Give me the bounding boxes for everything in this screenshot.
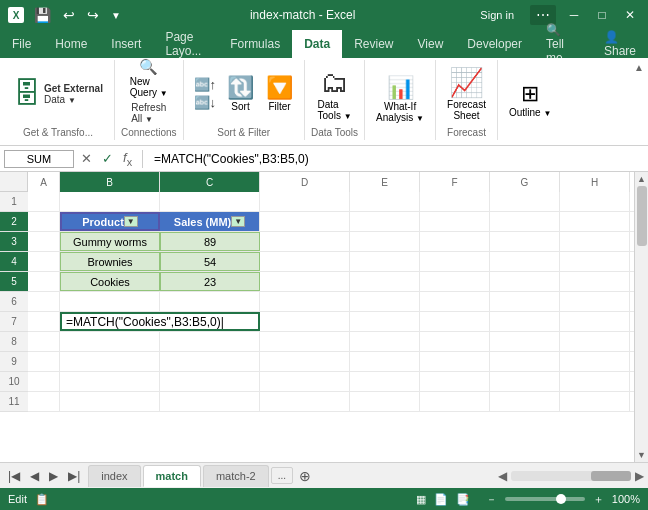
cell-c8[interactable] (160, 332, 260, 351)
cell-e3[interactable] (350, 232, 420, 251)
cell-a8[interactable] (28, 332, 60, 351)
cell-g6[interactable] (490, 292, 560, 311)
tab-tellme[interactable]: 🔍 Tell me (534, 30, 592, 58)
cell-a11[interactable] (28, 392, 60, 411)
cell-d3[interactable] (260, 232, 350, 251)
cell-a9[interactable] (28, 352, 60, 371)
sheet-last-btn[interactable]: ▶| (64, 467, 84, 485)
cell-d8[interactable] (260, 332, 350, 351)
tab-insert[interactable]: Insert (99, 30, 153, 58)
cell-e1[interactable] (350, 192, 420, 211)
col-header-f[interactable]: F (420, 172, 490, 192)
cell-g1[interactable] (490, 192, 560, 211)
formula-input[interactable]: =MATCH("Cookies",B3:B5,0) (150, 150, 644, 168)
add-sheet-btn[interactable]: ⊕ (293, 468, 317, 484)
cell-h8[interactable] (560, 332, 630, 351)
col-header-d[interactable]: D (260, 172, 350, 192)
sheet-prev-btn[interactable]: ◀ (26, 467, 43, 485)
scroll-up-btn[interactable]: ▲ (635, 172, 648, 186)
undo-icon[interactable]: ↩ (59, 5, 79, 25)
collapse-ribbon[interactable]: ▲ (632, 60, 646, 145)
cell-f5[interactable] (420, 272, 490, 291)
cell-g11[interactable] (490, 392, 560, 411)
maximize-button[interactable]: □ (592, 5, 612, 25)
cell-c6[interactable] (160, 292, 260, 311)
tab-view[interactable]: View (406, 30, 456, 58)
view-page-break-btn[interactable]: 📑 (456, 493, 470, 506)
cell-b10[interactable] (60, 372, 160, 391)
tab-pagelayout[interactable]: Page Layo... (153, 30, 218, 58)
h-scroll-right[interactable]: ▶ (635, 469, 644, 483)
col-header-a[interactable]: A (28, 172, 60, 192)
zoom-track[interactable] (505, 497, 585, 501)
tab-index[interactable]: index (88, 465, 140, 487)
col-header-e[interactable]: E (350, 172, 420, 192)
cell-c3[interactable]: 89 (160, 232, 260, 251)
cell-e7[interactable] (350, 312, 420, 331)
cell-a10[interactable] (28, 372, 60, 391)
tab-share[interactable]: 👤 Share (592, 30, 648, 58)
view-normal-btn[interactable]: ▦ (416, 493, 426, 506)
cell-b4[interactable]: Brownies (60, 252, 160, 271)
col-header-b[interactable]: B (60, 172, 160, 192)
zoom-thumb[interactable] (556, 494, 566, 504)
whatif-button[interactable]: 📊 What-IfAnalysis ▼ (371, 72, 429, 126)
cell-c9[interactable] (160, 352, 260, 371)
redo-icon[interactable]: ↪ (83, 5, 103, 25)
function-cancel-btn[interactable]: ✕ (78, 151, 95, 166)
filter-arrow-b[interactable]: ▼ (124, 216, 138, 227)
cell-d10[interactable] (260, 372, 350, 391)
h-scroll-track[interactable] (511, 471, 631, 481)
sheet-next-btn[interactable]: ▶ (45, 467, 62, 485)
cell-c2[interactable]: Sales (MM) ▼ (160, 212, 260, 231)
cell-f11[interactable] (420, 392, 490, 411)
sheet-first-btn[interactable]: |◀ (4, 467, 24, 485)
cell-a1[interactable] (28, 192, 60, 211)
cell-f2[interactable] (420, 212, 490, 231)
zoom-minus-btn[interactable]: － (486, 492, 497, 507)
cell-a5[interactable] (28, 272, 60, 291)
cell-b6[interactable] (60, 292, 160, 311)
refresh-all-button[interactable]: RefreshAll ▼ (127, 101, 170, 125)
cell-g3[interactable] (490, 232, 560, 251)
cell-h3[interactable] (560, 232, 630, 251)
h-scroll-left[interactable]: ◀ (498, 469, 507, 483)
cell-h4[interactable] (560, 252, 630, 271)
data-tools-button[interactable]: 🗂 DataTools ▼ (313, 63, 357, 124)
cell-b1[interactable] (60, 192, 160, 211)
cell-c1[interactable] (160, 192, 260, 211)
save-icon[interactable]: 💾 (30, 5, 55, 25)
cell-f6[interactable] (420, 292, 490, 311)
tab-formulas[interactable]: Formulas (218, 30, 292, 58)
cell-d11[interactable] (260, 392, 350, 411)
cell-b7[interactable]: =MATCH("Cookies",B3:B5,0)| (60, 312, 260, 331)
cell-d1[interactable] (260, 192, 350, 211)
cell-f10[interactable] (420, 372, 490, 391)
cell-a3[interactable] (28, 232, 60, 251)
cell-f1[interactable] (420, 192, 490, 211)
cell-f9[interactable] (420, 352, 490, 371)
tab-data[interactable]: Data (292, 30, 342, 58)
function-insert-btn[interactable]: fx (120, 150, 135, 168)
sort-button[interactable]: 🔃 Sort (222, 72, 259, 115)
cell-g4[interactable] (490, 252, 560, 271)
cell-c5[interactable]: 23 (160, 272, 260, 291)
tab-match[interactable]: match (143, 465, 201, 487)
cell-b2[interactable]: Product ▼ (60, 212, 160, 231)
tab-more-btn[interactable]: ... (271, 467, 293, 484)
sort-za-button[interactable]: 🔤↓ (190, 94, 221, 111)
cell-f3[interactable] (420, 232, 490, 251)
customize-icon[interactable]: ▼ (107, 8, 125, 23)
col-header-c[interactable]: C (160, 172, 260, 192)
cell-g8[interactable] (490, 332, 560, 351)
cell-e4[interactable] (350, 252, 420, 271)
cell-b3[interactable]: Gummy worms (60, 232, 160, 251)
cell-b8[interactable] (60, 332, 160, 351)
scroll-track[interactable] (635, 186, 648, 448)
filter-arrow-c[interactable]: ▼ (231, 216, 245, 227)
cell-a4[interactable] (28, 252, 60, 271)
cell-e11[interactable] (350, 392, 420, 411)
cell-a7[interactable] (28, 312, 60, 331)
tab-review[interactable]: Review (342, 30, 405, 58)
tab-match-2[interactable]: match-2 (203, 465, 269, 487)
